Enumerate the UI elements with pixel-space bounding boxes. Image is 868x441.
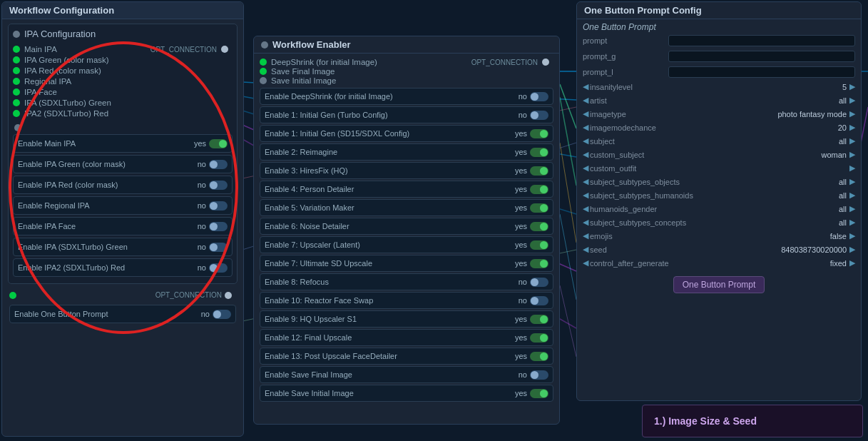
ipa-face-row: IPA Face: [13, 88, 233, 96]
we-toggle-row-0[interactable]: Enable DeepShrink (for initial Image) no: [260, 88, 553, 105]
we-toggle-row-13[interactable]: Enable 12: Final Upscale yes: [260, 329, 553, 346]
enable-obp-toggle-row[interactable]: Enable One Button Prompt no: [9, 305, 236, 323]
we-toggle-4[interactable]: [530, 166, 548, 176]
svg-line-6: [560, 84, 576, 128]
we-toggle-row-15[interactable]: Enable Save Final Image no: [260, 366, 553, 383]
we-toggle-9[interactable]: [530, 259, 548, 268]
obp-input-0[interactable]: [668, 35, 855, 46]
regional-ipa-row: Regional IPA: [13, 77, 233, 86]
obp-row-1: prompt_g: [577, 49, 861, 64]
obp-input-2[interactable]: [668, 66, 855, 78]
we-toggle-14[interactable]: [530, 352, 548, 361]
obp-section-title: One Button Prompt: [577, 19, 861, 34]
we-toggle-row-1[interactable]: Enable 1: Initial Gen (Turbo Config) no: [260, 106, 553, 123]
enable-ipa-green-toggle[interactable]: [209, 160, 228, 169]
we-toggle-row-11[interactable]: Enable 10: Reactor Face Swap no: [260, 292, 553, 309]
we-toggle-row-8[interactable]: Enable 7: Upscaler (Latent) yes: [260, 236, 553, 253]
we-toggle-10[interactable]: [530, 278, 548, 287]
obp-config-panel: One Button Prompt Config One Button Prom…: [576, 1, 862, 401]
we-save-final-dot: [260, 68, 267, 75]
svg-line-11: [560, 143, 576, 243]
we-toggle-7[interactable]: [530, 222, 548, 231]
main-ipa-row: Main IPA OPT_CONNECTION: [13, 45, 233, 54]
we-toggle-0[interactable]: [530, 92, 548, 101]
enable-ipa2-sdxl-red-toggle-row[interactable]: Enable IPA2 (SDXLTurbo) Red no: [13, 258, 233, 277]
obp-row-4: ◀ artist all ▶: [577, 94, 861, 106]
main-ipa-dot: [13, 46, 20, 53]
we-toggle-row-6[interactable]: Enable 5: Variation Maker yes: [260, 199, 553, 216]
workflow-enabler-title: Workflow Enabler: [272, 39, 351, 50]
svg-line-7: [560, 97, 576, 186]
enable-regional-ipa-toggle-row[interactable]: Enable Regional IPA no: [13, 196, 233, 215]
we-save-final-row: Save Final Image: [260, 67, 553, 76]
enable-main-ipa-toggle-row[interactable]: Enable Main IPA yes: [13, 134, 233, 153]
we-deepshrink-row: DeepShrink (for initial Image) OPT_CONNE…: [260, 58, 553, 66]
we-toggle-13[interactable]: [530, 333, 548, 343]
we-toggle-row-16[interactable]: Enable Save Initial Image yes: [260, 385, 553, 402]
we-toggle-12[interactable]: [530, 315, 548, 324]
workflow-config-title: Workflow Configuration: [9, 5, 114, 16]
enable-ipa-red-toggle-row[interactable]: Enable IPA Red (color mask) no: [13, 176, 233, 194]
we-toggle-row-5[interactable]: Enable 4: Person Detailer yes: [260, 181, 553, 198]
we-toggle-3[interactable]: [530, 148, 548, 157]
we-toggle-row-12[interactable]: Enable 9: HQ Upscaler S1 yes: [260, 310, 553, 328]
obp-row-12: ◀ humanoids_gender all ▶: [577, 203, 861, 215]
we-toggle-row-10[interactable]: Enable 8: Refocus no: [260, 273, 553, 290]
we-toggle-5[interactable]: [530, 185, 548, 194]
we-deepshrink-right-dot: [542, 59, 549, 66]
we-toggle-row-14[interactable]: Enable 13: Post Upscale FaceDetailer yes: [260, 348, 553, 365]
obp-row-0: prompt: [577, 34, 861, 48]
we-deepshrink-dot: [260, 59, 267, 66]
ipa-green-row: IPA Green (color mask): [13, 56, 233, 64]
we-toggle-2[interactable]: [530, 129, 548, 138]
we-toggle-row-7[interactable]: Enable 6: Noise Detailer yes: [260, 218, 553, 235]
obp-input-1[interactable]: [668, 51, 855, 62]
ipa-bottom-dot: [14, 124, 21, 131]
obp-row-16: ◀ control_after_generate fixed ▶: [577, 257, 861, 269]
enable-ipa-sdxl-green-toggle[interactable]: [209, 243, 228, 252]
we-toggle-row-4[interactable]: Enable 3: HiresFix (HQ) yes: [260, 162, 553, 179]
image-size-panel: 1.) Image Size & Seed: [642, 405, 863, 437]
we-toggle-8[interactable]: [530, 240, 548, 250]
enable-ipa-green-toggle-row[interactable]: Enable IPA Green (color mask) no: [13, 155, 233, 173]
enable-ipa-face-toggle-row[interactable]: Enable IPA Face no: [13, 217, 233, 235]
obp-row-13: ◀ subject_subtypes_concepts all ▶: [577, 216, 861, 228]
obp-row-15: ◀ seed 848038730020000 ▶: [577, 243, 861, 255]
we-toggle-16[interactable]: [530, 389, 548, 398]
main-ipa-right-dot: [221, 46, 228, 53]
obp-config-title: One Button Prompt Config: [584, 5, 702, 16]
svg-line-13: [560, 285, 576, 357]
enable-ipa2-sdxl-red-toggle[interactable]: [209, 263, 228, 273]
obp-row-9: ◀ custom_outfit ▶: [577, 162, 861, 174]
enable-ipa-face-toggle[interactable]: [209, 222, 228, 231]
we-toggle-15[interactable]: [530, 370, 548, 380]
enable-regional-ipa-toggle[interactable]: [209, 201, 228, 211]
ipa-green-dot: [13, 56, 20, 64]
image-size-title: 1.) Image Size & Seed: [643, 415, 768, 427]
we-save-initial-row: Save Initial Image: [260, 76, 553, 85]
we-toggle-row-2[interactable]: Enable 1: Initial Gen (SD15/SDXL Config)…: [260, 125, 553, 142]
obp-row-7: ◀ subject all ▶: [577, 135, 861, 147]
obp-row-5: ◀ imagetype photo fantasy mode ▶: [577, 108, 861, 120]
enable-ipa-sdxl-green-toggle-row[interactable]: Enable IPA (SDXLTurbo) Green no: [13, 238, 233, 256]
we-toggle-1[interactable]: [530, 111, 548, 120]
we-toggle-row-3[interactable]: Enable 2: Reimagine yes: [260, 143, 553, 161]
obp-right-dot: [225, 292, 232, 299]
we-title-dot: [261, 41, 268, 49]
ipa-config-header: IPA Configuration: [13, 29, 233, 39]
obp-queue-button[interactable]: One Button Prompt: [673, 276, 765, 293]
ipa2-sdxl-red-row: IPA2 (SDXLTurbo) Red: [13, 109, 233, 118]
obp-row-11: ◀ subject_subtypes_humanoids all ▶: [577, 189, 861, 201]
obp-row-3: ◀ insanitylevel 5 ▶: [577, 81, 861, 93]
enable-main-ipa-toggle[interactable]: [209, 139, 228, 148]
workflow-enabler-title-bar: Workflow Enabler: [254, 36, 559, 54]
we-toggle-11[interactable]: [530, 296, 548, 305]
we-toggle-row-9[interactable]: Enable 7: Ultimate SD Upscale yes: [260, 255, 553, 272]
enable-ipa-red-toggle[interactable]: [209, 181, 228, 190]
enable-obp-toggle[interactable]: [213, 310, 231, 319]
obp-row-6: ◀ imagemodechance 20 ▶: [577, 121, 861, 133]
we-toggle-6[interactable]: [530, 203, 548, 213]
we-save-initial-dot: [260, 77, 267, 84]
ipa2-sdxl-red-dot: [13, 110, 20, 117]
ipa-red-dot: [13, 67, 20, 74]
